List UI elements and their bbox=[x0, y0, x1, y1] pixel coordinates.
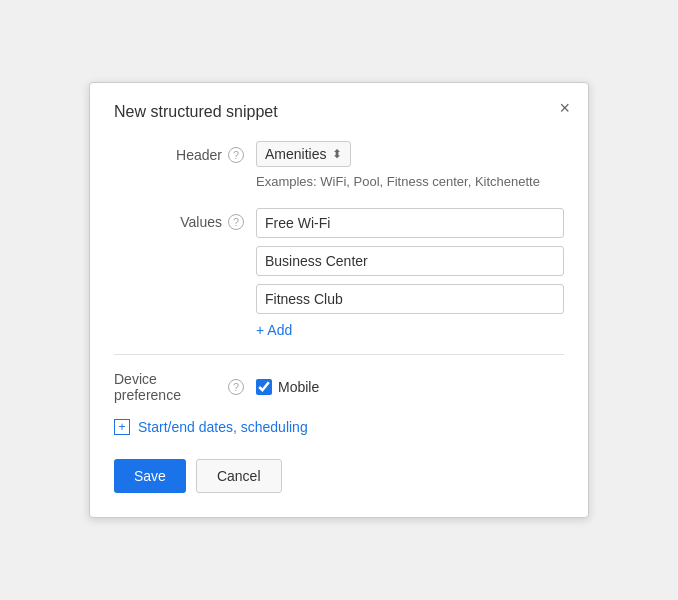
device-label-group: Device preference ? bbox=[114, 371, 244, 403]
close-button[interactable]: × bbox=[559, 99, 570, 117]
mobile-label: Mobile bbox=[278, 379, 319, 395]
dialog: New structured snippet × Header ? Amenit… bbox=[89, 82, 589, 517]
dialog-overlay: New structured snippet × Header ? Amenit… bbox=[0, 0, 678, 600]
cancel-button[interactable]: Cancel bbox=[196, 459, 282, 493]
dialog-footer: Save Cancel bbox=[114, 459, 564, 493]
scheduling-row: + Start/end dates, scheduling bbox=[114, 419, 564, 435]
header-label: Header bbox=[176, 147, 222, 163]
device-help-icon[interactable]: ? bbox=[228, 379, 244, 395]
dialog-title: New structured snippet bbox=[114, 103, 564, 121]
header-row: Header ? Amenities ⬍ Examples: WiFi, Poo… bbox=[114, 141, 564, 191]
values-row: Values ? + Add bbox=[114, 208, 564, 338]
add-value-link[interactable]: + Add bbox=[256, 322, 292, 338]
save-button[interactable]: Save bbox=[114, 459, 186, 493]
value-input-1[interactable] bbox=[256, 208, 564, 238]
scheduling-link[interactable]: Start/end dates, scheduling bbox=[138, 419, 308, 435]
select-arrows-icon: ⬍ bbox=[332, 147, 342, 161]
header-content: Amenities ⬍ Examples: WiFi, Pool, Fitnes… bbox=[256, 141, 564, 191]
values-fields bbox=[256, 208, 564, 314]
header-label-group: Header ? bbox=[114, 141, 244, 163]
expand-scheduling-icon[interactable]: + bbox=[114, 419, 130, 435]
value-input-3[interactable] bbox=[256, 284, 564, 314]
device-preference-row: Device preference ? Mobile bbox=[114, 371, 564, 403]
value-input-2[interactable] bbox=[256, 246, 564, 276]
header-examples: Examples: WiFi, Pool, Fitness center, Ki… bbox=[256, 173, 564, 191]
header-select-value: Amenities bbox=[265, 146, 326, 162]
divider bbox=[114, 354, 564, 355]
mobile-checkbox[interactable] bbox=[256, 379, 272, 395]
values-label-group: Values ? bbox=[114, 208, 244, 230]
values-content: + Add bbox=[256, 208, 564, 338]
device-label: Device preference bbox=[114, 371, 222, 403]
header-help-icon[interactable]: ? bbox=[228, 147, 244, 163]
values-help-icon[interactable]: ? bbox=[228, 214, 244, 230]
values-label: Values bbox=[180, 214, 222, 230]
header-select[interactable]: Amenities ⬍ bbox=[256, 141, 351, 167]
device-content: Mobile bbox=[256, 379, 319, 395]
